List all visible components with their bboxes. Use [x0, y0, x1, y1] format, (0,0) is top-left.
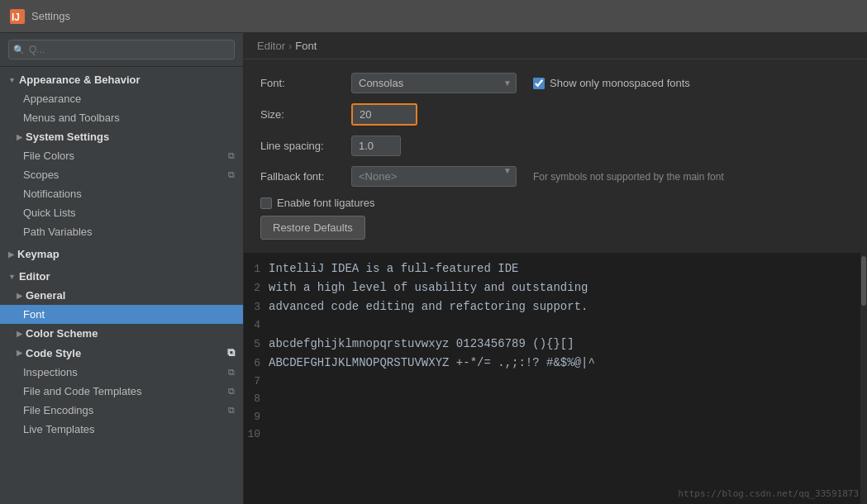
preview-area: 1 IntelliJ IDEA is a full-featured IDE 2… [244, 253, 867, 504]
preview-line: 6 ABCDEFGHIJKLMNOPQRSTUVWXYZ +-*/= .,;:!… [244, 354, 867, 373]
line-spacing-input[interactable] [351, 136, 401, 156]
breadcrumb: Editor › Font [244, 33, 867, 59]
size-input[interactable] [351, 103, 417, 126]
line-spacing-row: Line spacing: [260, 136, 850, 156]
fallback-select-wrapper: <None> ▼ [351, 166, 517, 187]
sidebar-item-inspections[interactable]: Inspections ⧉ [0, 363, 243, 382]
font-select[interactable]: Consolas [351, 73, 517, 93]
sidebar-item-editor[interactable]: ▼ Editor [0, 267, 243, 286]
sidebar-item-live-templates[interactable]: Live Templates [0, 420, 243, 439]
page-icon: ⧉ [228, 150, 235, 161]
nav-tree: ▼ Appearance & Behavior Appearance Menus… [0, 67, 243, 504]
preview-line: 2 with a high level of usability and out… [244, 278, 867, 297]
breadcrumb-parent: Editor [257, 40, 285, 52]
expand-arrow-icon: ▼ [8, 273, 16, 281]
section-label: Appearance & Behavior [19, 74, 141, 86]
expand-arrow-icon: ▶ [17, 330, 22, 338]
page-icon: ⧉ [228, 169, 235, 180]
sidebar-item-appearance[interactable]: Appearance [0, 89, 243, 108]
fallback-label: Fallback font: [260, 170, 343, 183]
sidebar-item-path-variables[interactable]: Path Variables [0, 222, 243, 241]
fallback-font-row: Fallback font: <None> ▼ For symbols not … [260, 166, 850, 187]
expand-arrow-icon: ▶ [17, 349, 22, 357]
preview-line: 8 [244, 390, 867, 408]
preview-url: https://blog.csdn.net/qq_33591873 [678, 488, 859, 499]
svg-text:IJ: IJ [12, 12, 20, 23]
section-label: Editor [19, 270, 50, 283]
font-row: Font: Consolas ▼ Show only monospaced fo… [260, 73, 850, 93]
font-label: Font: [260, 77, 343, 89]
preview-line: 4 [244, 316, 867, 335]
main-layout: 🔍 ▼ Appearance & Behavior Appearance Men… [0, 33, 867, 504]
expand-arrow-icon: ▼ [8, 76, 16, 84]
expand-arrow-icon: ▶ [17, 292, 22, 300]
sidebar: 🔍 ▼ Appearance & Behavior Appearance Men… [0, 33, 244, 504]
size-row: Size: [260, 103, 850, 126]
breadcrumb-separator: › [288, 40, 292, 52]
sidebar-item-file-code-templates[interactable]: File and Code Templates ⧉ [0, 382, 243, 401]
page-icon: ⧉ [228, 386, 235, 397]
breadcrumb-current: Font [295, 40, 317, 52]
monospaced-checkbox-row: Show only monospaced fonts [533, 77, 690, 89]
preview-line: 1 IntelliJ IDEA is a full-featured IDE [244, 259, 867, 278]
sidebar-item-scopes[interactable]: Scopes ⧉ [0, 165, 243, 184]
page-icon: ⧉ [228, 405, 235, 416]
title-bar: IJ Settings [0, 0, 867, 33]
sidebar-item-color-scheme[interactable]: ▶ Color Scheme [0, 324, 243, 343]
app-icon: IJ [10, 9, 25, 24]
monospaced-checkbox[interactable] [533, 78, 545, 89]
sidebar-item-quick-lists[interactable]: Quick Lists [0, 203, 243, 222]
fallback-hint: For symbols not supported by the main fo… [533, 171, 724, 183]
sidebar-item-menus-toolbars[interactable]: Menus and Toolbars [0, 108, 243, 127]
section-label: Keymap [17, 248, 60, 260]
search-icon: 🔍 [13, 45, 25, 55]
ligatures-label: Enable font ligatures [277, 197, 375, 209]
preview-lines: 1 IntelliJ IDEA is a full-featured IDE 2… [244, 253, 867, 450]
preview-line: 9 [244, 408, 867, 426]
search-wrapper: 🔍 [8, 40, 235, 59]
monospaced-label: Show only monospaced fonts [550, 77, 690, 89]
line-spacing-label: Line spacing: [260, 140, 343, 152]
sidebar-item-general[interactable]: ▶ General [0, 286, 243, 305]
size-label: Size: [260, 108, 343, 121]
preview-line: 3 advanced code editing and refactoring … [244, 297, 867, 316]
font-select-wrapper: Consolas ▼ [351, 73, 517, 93]
preview-line: 7 [244, 373, 867, 391]
search-input[interactable] [8, 40, 235, 59]
sidebar-item-file-colors[interactable]: File Colors ⧉ [0, 146, 243, 165]
window-title: Settings [31, 10, 70, 22]
expand-arrow-icon: ▶ [8, 250, 14, 259]
content-area: Editor › Font Font: Consolas ▼ Show only… [244, 33, 867, 504]
sidebar-item-notifications[interactable]: Notifications [0, 184, 243, 203]
page-icon: ⧉ [228, 367, 235, 378]
ligatures-checkbox[interactable] [260, 197, 272, 209]
preview-line: 10 [244, 426, 867, 444]
sidebar-item-font[interactable]: Font [0, 305, 243, 324]
ligatures-row: Enable font ligatures [260, 197, 850, 209]
scrollbar-thumb[interactable] [861, 256, 866, 306]
search-box: 🔍 [0, 33, 243, 67]
settings-form: Font: Consolas ▼ Show only monospaced fo… [244, 59, 867, 253]
sidebar-item-code-style[interactable]: ▶ Code Style ⧉ [0, 343, 243, 363]
sidebar-item-appearance-behavior[interactable]: ▼ Appearance & Behavior [0, 70, 243, 89]
fallback-select[interactable]: <None> [351, 166, 517, 187]
sidebar-item-file-encodings[interactable]: File Encodings ⧉ [0, 401, 243, 420]
preview-line: 5 abcdefghijklmnopqrstuvwxyz 0123456789 … [244, 335, 867, 354]
sidebar-item-system-settings[interactable]: ▶ System Settings [0, 127, 243, 146]
expand-arrow-icon: ▶ [17, 133, 22, 141]
scrollbar[interactable] [860, 253, 867, 504]
sidebar-item-keymap[interactable]: ▶ Keymap [0, 245, 243, 264]
page-icon: ⧉ [227, 346, 235, 359]
restore-defaults-button[interactable]: Restore Defaults [260, 216, 365, 240]
